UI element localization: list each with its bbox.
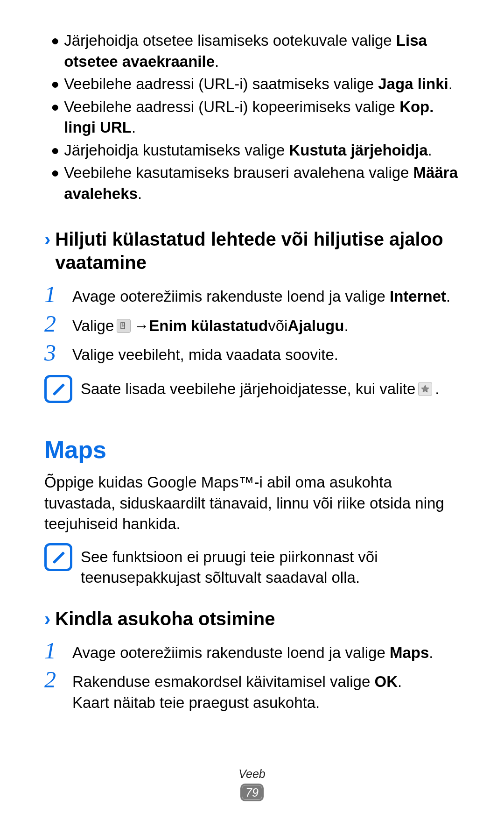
step-number-icon: 2 <box>44 668 72 691</box>
bullet-text: Veebilehe kasutamiseks brauseri avalehen… <box>64 163 460 204</box>
step-number-icon: 3 <box>44 341 72 364</box>
step-number-icon: 2 <box>44 312 72 335</box>
svg-marker-1 <box>421 385 429 392</box>
subheading-text: Kindla asukoha otsimine <box>55 607 275 630</box>
step-list-1: 1 Avage ooterežiimis rakenduste loend ja… <box>44 283 460 366</box>
bullet-icon: ● <box>51 140 59 161</box>
text: Veebilehe aadressi (URL-i) saatmiseks va… <box>64 75 378 92</box>
text: . <box>428 141 432 159</box>
bold-text: Internet <box>390 286 446 307</box>
text: . <box>344 316 348 337</box>
bold-text: Jaga linki <box>378 75 448 92</box>
bullet-item: ● Järjehoidja kustutamiseks valige Kustu… <box>44 140 460 161</box>
bold-text: Ajalugu <box>287 316 344 337</box>
step-item: 2 Valige → Enim külastatud või Ajalugu. <box>44 312 460 337</box>
text: . <box>138 185 142 202</box>
step-item: 2 Rakenduse esmakordsel käivitamisel val… <box>44 668 460 713</box>
chevron-icon: › <box>44 227 50 251</box>
text: Rakenduse esmakordsel käivitamisel valig… <box>72 673 374 690</box>
bullet-icon: ● <box>51 97 59 117</box>
bold-text: Maps <box>390 643 429 664</box>
text: . <box>398 673 402 690</box>
arrow-text: → <box>133 316 149 337</box>
bullet-icon: ● <box>51 163 59 183</box>
footer: Veeb 79 <box>0 767 504 801</box>
bullet-text: Veebilehe aadressi (URL-i) kopeerimiseks… <box>64 97 460 138</box>
step-text: Rakenduse esmakordsel käivitamisel valig… <box>72 668 460 713</box>
step-number-icon: 1 <box>44 639 72 662</box>
subheading-text: Hiljuti külastatud lehtede või hiljutise… <box>55 227 460 274</box>
bullet-item: ● Veebilehe kasutamiseks brauseri avaleh… <box>44 163 460 204</box>
chevron-icon: › <box>44 607 50 630</box>
step-text: Avage ooterežiimis rakenduste loend ja v… <box>72 283 460 307</box>
note-text: Saate lisada veebilehe järjehoidjatesse,… <box>81 375 439 400</box>
text: . <box>448 75 453 92</box>
bold-text: Kustuta järjehoidja <box>289 141 428 159</box>
text: . <box>215 53 219 70</box>
note-icon <box>44 543 72 571</box>
bold-text: Enim külastatud <box>149 316 268 337</box>
page-number: 79 <box>245 786 259 799</box>
bullet-list: ● Järjehoidja otsetee lisamiseks ootekuv… <box>44 30 460 204</box>
subheading-history: › Hiljuti külastatud lehtede või hiljuti… <box>44 227 460 274</box>
text: Kaart näitab teie praegust asukohta. <box>72 694 320 711</box>
bullet-text: Järjehoidja kustutamiseks valige Kustuta… <box>64 140 460 161</box>
step-item: 3 Valige veebileht, mida vaadata soovite… <box>44 341 460 366</box>
bullet-item: ● Veebilehe aadressi (URL-i) kopeerimise… <box>44 97 460 138</box>
bullet-icon: ● <box>51 30 59 51</box>
page-number-badge: 79 <box>240 784 264 801</box>
step-number-icon: 1 <box>44 283 72 306</box>
text: või <box>268 316 287 337</box>
bookmarks-icon <box>117 319 131 333</box>
text: Avage ooterežiimis rakenduste loend ja v… <box>72 643 385 664</box>
text: . <box>435 379 439 400</box>
text: Valige <box>72 316 114 337</box>
text: Avage ooterežiimis rakenduste loend ja v… <box>72 286 385 307</box>
page-content: ● Järjehoidja otsetee lisamiseks ootekuv… <box>0 0 504 713</box>
text: . <box>446 286 450 307</box>
text: Saate lisada veebilehe järjehoidjatesse,… <box>81 379 415 400</box>
bold-text: OK <box>374 673 398 690</box>
note-icon <box>44 375 72 403</box>
step-item: 1 Avage ooterežiimis rakenduste loend ja… <box>44 283 460 307</box>
bullet-text: Järjehoidja otsetee lisamiseks ootekuval… <box>64 30 460 72</box>
bullet-item: ● Veebilehe aadressi (URL-i) saatmiseks … <box>44 74 460 95</box>
bullet-item: ● Järjehoidja otsetee lisamiseks ootekuv… <box>44 30 460 72</box>
bullet-text: Veebilehe aadressi (URL-i) saatmiseks va… <box>64 74 460 95</box>
step-text: Valige veebileht, mida vaadata soovite. <box>72 341 460 366</box>
text: Veebilehe kasutamiseks brauseri avalehen… <box>64 164 413 181</box>
bullet-icon: ● <box>51 74 59 94</box>
text: . <box>132 119 136 136</box>
section-title-maps: Maps <box>44 436 460 464</box>
text: Järjehoidja kustutamiseks valige <box>64 141 289 159</box>
step-item: 1 Avage ooterežiimis rakenduste loend ja… <box>44 639 460 664</box>
step-text: Avage ooterežiimis rakenduste loend ja v… <box>72 639 460 664</box>
note-row: See funktsioon ei pruugi teie piirkonnas… <box>44 543 460 588</box>
subheading-location: › Kindla asukoha otsimine <box>44 607 460 630</box>
text: Järjehoidja otsetee lisamiseks ootekuval… <box>64 32 396 49</box>
text: Veebilehe aadressi (URL-i) kopeerimiseks… <box>64 98 399 115</box>
step-text: Valige → Enim külastatud või Ajalugu. <box>72 312 460 337</box>
note-row: Saate lisada veebilehe järjehoidjatesse,… <box>44 375 460 403</box>
star-icon <box>418 382 432 396</box>
note-text: See funktsioon ei pruugi teie piirkonnas… <box>81 543 460 588</box>
text: . <box>429 643 433 664</box>
step-list-2: 1 Avage ooterežiimis rakenduste loend ja… <box>44 639 460 714</box>
text: Valige veebileht, mida vaadata soovite. <box>72 345 338 366</box>
footer-section-label: Veeb <box>0 767 504 781</box>
paragraph: Õppige kuidas Google Maps™-i abil oma as… <box>44 472 460 535</box>
